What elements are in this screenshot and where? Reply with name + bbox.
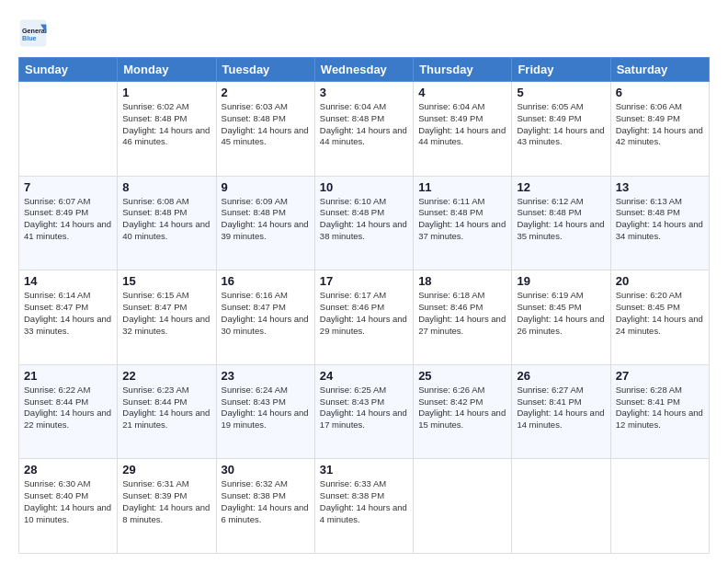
day-info: Sunrise: 6:04 AMSunset: 8:48 PMDaylight:… xyxy=(320,101,407,146)
day-cell: 15Sunrise: 6:15 AMSunset: 8:47 PMDayligh… xyxy=(118,270,216,365)
day-number: 21 xyxy=(24,369,112,383)
day-info: Sunrise: 6:22 AMSunset: 8:44 PMDaylight:… xyxy=(24,385,111,430)
day-number: 3 xyxy=(320,86,408,99)
day-cell xyxy=(414,459,512,554)
day-cell: 31Sunrise: 6:33 AMSunset: 8:38 PMDayligh… xyxy=(314,459,413,554)
day-number: 20 xyxy=(616,274,704,288)
day-cell: 14Sunrise: 6:14 AMSunset: 8:47 PMDayligh… xyxy=(19,270,118,365)
day-info: Sunrise: 6:30 AMSunset: 8:40 PMDaylight:… xyxy=(24,478,111,523)
day-info: Sunrise: 6:23 AMSunset: 8:44 PMDaylight:… xyxy=(122,385,210,430)
day-number: 5 xyxy=(517,86,605,99)
day-info: Sunrise: 6:11 AMSunset: 8:48 PMDaylight:… xyxy=(418,196,506,241)
day-number: 23 xyxy=(222,369,310,383)
week-row-4: 21Sunrise: 6:22 AMSunset: 8:44 PMDayligh… xyxy=(19,364,710,459)
day-cell: 20Sunrise: 6:20 AMSunset: 8:45 PMDayligh… xyxy=(610,270,709,365)
day-cell: 25Sunrise: 6:26 AMSunset: 8:42 PMDayligh… xyxy=(414,364,512,459)
logo: General Blue xyxy=(18,18,51,48)
day-cell: 8Sunrise: 6:08 AMSunset: 8:48 PMDaylight… xyxy=(118,176,216,270)
day-cell xyxy=(19,82,118,177)
day-info: Sunrise: 6:12 AMSunset: 8:48 PMDaylight:… xyxy=(517,196,604,241)
day-info: Sunrise: 6:02 AMSunset: 8:48 PMDaylight:… xyxy=(122,101,210,146)
day-number: 12 xyxy=(517,180,605,194)
col-header-friday: Friday xyxy=(512,58,610,82)
day-cell: 17Sunrise: 6:17 AMSunset: 8:46 PMDayligh… xyxy=(314,270,413,365)
day-number: 25 xyxy=(418,369,506,383)
day-number: 18 xyxy=(418,274,506,288)
day-number: 14 xyxy=(24,274,112,288)
day-info: Sunrise: 6:04 AMSunset: 8:49 PMDaylight:… xyxy=(418,101,506,146)
day-info: Sunrise: 6:26 AMSunset: 8:42 PMDaylight:… xyxy=(418,385,506,430)
week-row-2: 7Sunrise: 6:07 AMSunset: 8:49 PMDaylight… xyxy=(19,176,710,270)
day-info: Sunrise: 6:10 AMSunset: 8:48 PMDaylight:… xyxy=(320,196,407,241)
day-number: 27 xyxy=(616,369,704,383)
day-info: Sunrise: 6:31 AMSunset: 8:39 PMDaylight:… xyxy=(122,478,210,523)
day-info: Sunrise: 6:07 AMSunset: 8:49 PMDaylight:… xyxy=(24,196,111,241)
day-cell: 29Sunrise: 6:31 AMSunset: 8:39 PMDayligh… xyxy=(118,459,216,554)
day-info: Sunrise: 6:17 AMSunset: 8:46 PMDaylight:… xyxy=(320,290,407,335)
col-header-monday: Monday xyxy=(118,58,216,82)
day-info: Sunrise: 6:19 AMSunset: 8:45 PMDaylight:… xyxy=(517,290,604,335)
header-row: SundayMondayTuesdayWednesdayThursdayFrid… xyxy=(19,58,710,82)
day-cell: 30Sunrise: 6:32 AMSunset: 8:38 PMDayligh… xyxy=(216,459,314,554)
day-cell: 28Sunrise: 6:30 AMSunset: 8:40 PMDayligh… xyxy=(19,459,118,554)
day-number: 19 xyxy=(517,274,605,288)
day-cell: 11Sunrise: 6:11 AMSunset: 8:48 PMDayligh… xyxy=(414,176,512,270)
day-number: 8 xyxy=(122,180,210,194)
day-cell: 7Sunrise: 6:07 AMSunset: 8:49 PMDaylight… xyxy=(19,176,118,270)
day-info: Sunrise: 6:06 AMSunset: 8:49 PMDaylight:… xyxy=(616,101,703,146)
day-cell: 12Sunrise: 6:12 AMSunset: 8:48 PMDayligh… xyxy=(512,176,610,270)
day-info: Sunrise: 6:32 AMSunset: 8:38 PMDaylight:… xyxy=(222,478,309,523)
col-header-thursday: Thursday xyxy=(414,58,512,82)
day-info: Sunrise: 6:27 AMSunset: 8:41 PMDaylight:… xyxy=(517,385,604,430)
calendar: SundayMondayTuesdayWednesdayThursdayFrid… xyxy=(18,57,710,554)
header: General Blue xyxy=(18,15,710,48)
day-number: 24 xyxy=(320,369,408,383)
day-cell: 27Sunrise: 6:28 AMSunset: 8:41 PMDayligh… xyxy=(610,364,709,459)
day-info: Sunrise: 6:18 AMSunset: 8:46 PMDaylight:… xyxy=(418,290,506,335)
day-info: Sunrise: 6:09 AMSunset: 8:48 PMDaylight:… xyxy=(222,196,309,241)
day-number: 2 xyxy=(222,86,310,99)
day-info: Sunrise: 6:08 AMSunset: 8:48 PMDaylight:… xyxy=(122,196,210,241)
day-number: 30 xyxy=(222,463,310,477)
day-info: Sunrise: 6:03 AMSunset: 8:48 PMDaylight:… xyxy=(222,101,309,146)
day-cell: 4Sunrise: 6:04 AMSunset: 8:49 PMDaylight… xyxy=(414,82,512,177)
day-cell: 18Sunrise: 6:18 AMSunset: 8:46 PMDayligh… xyxy=(414,270,512,365)
col-header-tuesday: Tuesday xyxy=(216,58,314,82)
col-header-sunday: Sunday xyxy=(19,58,118,82)
page: General Blue SundayMondayTuesdayWednesda… xyxy=(0,0,728,563)
day-cell: 22Sunrise: 6:23 AMSunset: 8:44 PMDayligh… xyxy=(118,364,216,459)
day-number: 31 xyxy=(320,463,408,477)
day-cell: 16Sunrise: 6:16 AMSunset: 8:47 PMDayligh… xyxy=(216,270,314,365)
day-number: 13 xyxy=(616,180,704,194)
day-number: 22 xyxy=(122,369,210,383)
svg-text:Blue: Blue xyxy=(22,34,37,42)
day-cell: 6Sunrise: 6:06 AMSunset: 8:49 PMDaylight… xyxy=(610,82,709,177)
day-cell: 5Sunrise: 6:05 AMSunset: 8:49 PMDaylight… xyxy=(512,82,610,177)
day-number: 17 xyxy=(320,274,408,288)
col-header-wednesday: Wednesday xyxy=(314,58,413,82)
day-number: 10 xyxy=(320,180,408,194)
day-info: Sunrise: 6:33 AMSunset: 8:38 PMDaylight:… xyxy=(320,478,407,523)
day-cell: 9Sunrise: 6:09 AMSunset: 8:48 PMDaylight… xyxy=(216,176,314,270)
day-number: 4 xyxy=(418,86,506,99)
day-cell: 21Sunrise: 6:22 AMSunset: 8:44 PMDayligh… xyxy=(19,364,118,459)
day-number: 16 xyxy=(222,274,310,288)
logo-icon: General Blue xyxy=(18,18,48,48)
day-info: Sunrise: 6:24 AMSunset: 8:43 PMDaylight:… xyxy=(222,385,309,430)
day-info: Sunrise: 6:15 AMSunset: 8:47 PMDaylight:… xyxy=(122,290,210,335)
day-number: 28 xyxy=(24,463,112,477)
day-cell: 24Sunrise: 6:25 AMSunset: 8:43 PMDayligh… xyxy=(314,364,413,459)
day-number: 7 xyxy=(24,180,112,194)
day-cell: 10Sunrise: 6:10 AMSunset: 8:48 PMDayligh… xyxy=(314,176,413,270)
day-info: Sunrise: 6:25 AMSunset: 8:43 PMDaylight:… xyxy=(320,385,407,430)
day-info: Sunrise: 6:14 AMSunset: 8:47 PMDaylight:… xyxy=(24,290,111,335)
day-info: Sunrise: 6:28 AMSunset: 8:41 PMDaylight:… xyxy=(616,385,703,430)
day-number: 11 xyxy=(418,180,506,194)
day-cell: 1Sunrise: 6:02 AMSunset: 8:48 PMDaylight… xyxy=(118,82,216,177)
day-cell: 3Sunrise: 6:04 AMSunset: 8:48 PMDaylight… xyxy=(314,82,413,177)
day-cell xyxy=(512,459,610,554)
day-info: Sunrise: 6:13 AMSunset: 8:48 PMDaylight:… xyxy=(616,196,703,241)
day-number: 9 xyxy=(222,180,310,194)
day-number: 1 xyxy=(122,86,210,99)
day-cell: 13Sunrise: 6:13 AMSunset: 8:48 PMDayligh… xyxy=(610,176,709,270)
